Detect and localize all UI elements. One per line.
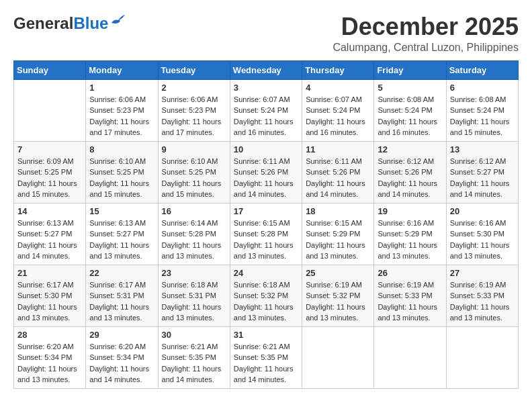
day-number: 28 xyxy=(17,330,82,340)
day-info: Sunrise: 6:21 AM Sunset: 5:35 PM Dayligh… xyxy=(234,341,298,385)
day-info: Sunrise: 6:06 AM Sunset: 5:23 PM Dayligh… xyxy=(89,94,154,138)
day-info: Sunrise: 6:18 AM Sunset: 5:31 PM Dayligh… xyxy=(162,279,226,324)
day-number: 21 xyxy=(17,268,82,278)
day-number: 24 xyxy=(234,268,298,278)
day-number: 19 xyxy=(378,206,442,216)
calendar-cell: 29Sunrise: 6:20 AM Sunset: 5:34 PM Dayli… xyxy=(86,326,158,388)
calendar-cell: 11Sunrise: 6:11 AM Sunset: 5:26 PM Dayli… xyxy=(302,141,374,203)
calendar-week-4: 21Sunrise: 6:17 AM Sunset: 5:30 PM Dayli… xyxy=(14,265,519,326)
day-info: Sunrise: 6:10 AM Sunset: 5:25 PM Dayligh… xyxy=(89,156,154,200)
day-info: Sunrise: 6:16 AM Sunset: 5:29 PM Dayligh… xyxy=(378,218,442,262)
calendar-week-3: 14Sunrise: 6:13 AM Sunset: 5:27 PM Dayli… xyxy=(14,203,519,265)
calendar-table: SundayMondayTuesdayWednesdayThursdayFrid… xyxy=(13,60,519,389)
calendar-cell: 2Sunrise: 6:06 AM Sunset: 5:23 PM Daylig… xyxy=(158,79,230,141)
day-info: Sunrise: 6:09 AM Sunset: 5:25 PM Dayligh… xyxy=(17,156,82,200)
calendar-cell: 14Sunrise: 6:13 AM Sunset: 5:27 PM Dayli… xyxy=(14,203,86,265)
day-number: 29 xyxy=(89,330,154,340)
calendar-cell xyxy=(446,326,518,388)
day-info: Sunrise: 6:08 AM Sunset: 5:24 PM Dayligh… xyxy=(450,94,515,138)
location-title: Calumpang, Central Luzon, Philippines xyxy=(332,42,519,54)
calendar-cell: 22Sunrise: 6:17 AM Sunset: 5:31 PM Dayli… xyxy=(86,265,158,326)
day-number: 22 xyxy=(89,268,154,278)
calendar-body: 1Sunrise: 6:06 AM Sunset: 5:23 PM Daylig… xyxy=(14,79,519,388)
day-info: Sunrise: 6:06 AM Sunset: 5:23 PM Dayligh… xyxy=(162,94,226,138)
day-number: 8 xyxy=(89,144,154,154)
calendar-cell: 9Sunrise: 6:10 AM Sunset: 5:25 PM Daylig… xyxy=(158,141,230,203)
calendar-cell: 3Sunrise: 6:07 AM Sunset: 5:24 PM Daylig… xyxy=(230,79,302,141)
calendar-cell: 28Sunrise: 6:20 AM Sunset: 5:34 PM Dayli… xyxy=(14,326,86,388)
day-info: Sunrise: 6:13 AM Sunset: 5:27 PM Dayligh… xyxy=(89,218,154,262)
calendar-cell: 19Sunrise: 6:16 AM Sunset: 5:29 PM Dayli… xyxy=(374,203,446,265)
day-number: 30 xyxy=(162,330,226,340)
calendar-cell: 17Sunrise: 6:15 AM Sunset: 5:28 PM Dayli… xyxy=(230,203,302,265)
calendar-cell: 16Sunrise: 6:14 AM Sunset: 5:28 PM Dayli… xyxy=(158,203,230,265)
calendar-cell: 26Sunrise: 6:19 AM Sunset: 5:33 PM Dayli… xyxy=(374,265,446,326)
calendar-cell: 7Sunrise: 6:09 AM Sunset: 5:25 PM Daylig… xyxy=(14,141,86,203)
calendar-cell: 6Sunrise: 6:08 AM Sunset: 5:24 PM Daylig… xyxy=(446,79,518,141)
calendar-cell: 1Sunrise: 6:06 AM Sunset: 5:23 PM Daylig… xyxy=(86,79,158,141)
calendar-header-tuesday: Tuesday xyxy=(158,60,230,79)
day-info: Sunrise: 6:19 AM Sunset: 5:32 PM Dayligh… xyxy=(306,279,370,324)
calendar-cell: 24Sunrise: 6:18 AM Sunset: 5:32 PM Dayli… xyxy=(230,265,302,326)
calendar-cell xyxy=(374,326,446,388)
day-info: Sunrise: 6:11 AM Sunset: 5:26 PM Dayligh… xyxy=(234,156,298,200)
calendar-week-5: 28Sunrise: 6:20 AM Sunset: 5:34 PM Dayli… xyxy=(14,326,519,388)
header-row: SundayMondayTuesdayWednesdayThursdayFrid… xyxy=(14,60,519,79)
day-number: 4 xyxy=(306,83,370,93)
calendar-cell: 15Sunrise: 6:13 AM Sunset: 5:27 PM Dayli… xyxy=(86,203,158,265)
day-info: Sunrise: 6:15 AM Sunset: 5:29 PM Dayligh… xyxy=(306,218,370,262)
calendar-header-thursday: Thursday xyxy=(302,60,374,79)
day-info: Sunrise: 6:13 AM Sunset: 5:27 PM Dayligh… xyxy=(17,218,82,262)
calendar-cell: 27Sunrise: 6:19 AM Sunset: 5:33 PM Dayli… xyxy=(446,265,518,326)
day-number: 15 xyxy=(89,206,154,216)
day-number: 20 xyxy=(450,206,515,216)
calendar-cell xyxy=(302,326,374,388)
logo: GeneralBlue xyxy=(13,13,125,34)
day-info: Sunrise: 6:20 AM Sunset: 5:34 PM Dayligh… xyxy=(17,341,82,385)
day-number: 3 xyxy=(234,83,298,93)
calendar-cell: 25Sunrise: 6:19 AM Sunset: 5:32 PM Dayli… xyxy=(302,265,374,326)
calendar-header-monday: Monday xyxy=(86,60,158,79)
logo-blue: Blue xyxy=(73,14,108,32)
day-info: Sunrise: 6:14 AM Sunset: 5:28 PM Dayligh… xyxy=(162,218,226,262)
calendar-cell: 30Sunrise: 6:21 AM Sunset: 5:35 PM Dayli… xyxy=(158,326,230,388)
day-number: 7 xyxy=(17,144,82,154)
day-info: Sunrise: 6:16 AM Sunset: 5:30 PM Dayligh… xyxy=(450,218,515,262)
day-info: Sunrise: 6:12 AM Sunset: 5:26 PM Dayligh… xyxy=(378,156,442,200)
calendar-header: SundayMondayTuesdayWednesdayThursdayFrid… xyxy=(14,60,519,79)
day-number: 2 xyxy=(162,83,226,93)
day-number: 27 xyxy=(450,268,515,278)
calendar-cell: 13Sunrise: 6:12 AM Sunset: 5:27 PM Dayli… xyxy=(446,141,518,203)
day-info: Sunrise: 6:08 AM Sunset: 5:24 PM Dayligh… xyxy=(378,94,442,138)
day-number: 14 xyxy=(17,206,82,216)
day-info: Sunrise: 6:17 AM Sunset: 5:31 PM Dayligh… xyxy=(89,279,154,324)
day-number: 26 xyxy=(378,268,442,278)
day-number: 12 xyxy=(378,144,442,154)
title-section: December 2025 Calumpang, Central Luzon, … xyxy=(332,13,519,54)
calendar-cell: 31Sunrise: 6:21 AM Sunset: 5:35 PM Dayli… xyxy=(230,326,302,388)
calendar-cell: 18Sunrise: 6:15 AM Sunset: 5:29 PM Dayli… xyxy=(302,203,374,265)
day-info: Sunrise: 6:12 AM Sunset: 5:27 PM Dayligh… xyxy=(450,156,515,200)
calendar-cell: 23Sunrise: 6:18 AM Sunset: 5:31 PM Dayli… xyxy=(158,265,230,326)
day-number: 25 xyxy=(306,268,370,278)
logo-bird-icon xyxy=(110,13,125,26)
day-number: 23 xyxy=(162,268,226,278)
day-info: Sunrise: 6:21 AM Sunset: 5:35 PM Dayligh… xyxy=(162,341,226,385)
day-number: 11 xyxy=(306,144,370,154)
day-number: 6 xyxy=(450,83,515,93)
calendar-header-friday: Friday xyxy=(374,60,446,79)
day-number: 10 xyxy=(234,144,298,154)
day-number: 16 xyxy=(162,206,226,216)
calendar-cell: 21Sunrise: 6:17 AM Sunset: 5:30 PM Dayli… xyxy=(14,265,86,326)
day-info: Sunrise: 6:20 AM Sunset: 5:34 PM Dayligh… xyxy=(89,341,154,385)
day-number: 31 xyxy=(234,330,298,340)
calendar-cell: 12Sunrise: 6:12 AM Sunset: 5:26 PM Dayli… xyxy=(374,141,446,203)
day-info: Sunrise: 6:07 AM Sunset: 5:24 PM Dayligh… xyxy=(234,94,298,138)
day-info: Sunrise: 6:19 AM Sunset: 5:33 PM Dayligh… xyxy=(378,279,442,324)
day-number: 18 xyxy=(306,206,370,216)
day-info: Sunrise: 6:10 AM Sunset: 5:25 PM Dayligh… xyxy=(162,156,226,200)
calendar-week-1: 1Sunrise: 6:06 AM Sunset: 5:23 PM Daylig… xyxy=(14,79,519,141)
day-info: Sunrise: 6:18 AM Sunset: 5:32 PM Dayligh… xyxy=(234,279,298,324)
day-number: 17 xyxy=(234,206,298,216)
month-title: December 2025 xyxy=(332,13,519,40)
